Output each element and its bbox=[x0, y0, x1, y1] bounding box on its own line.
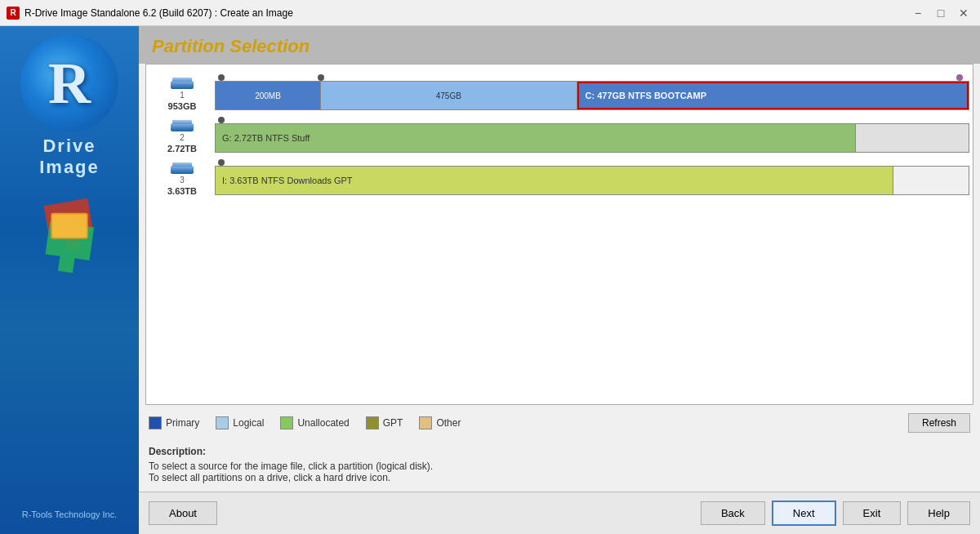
svg-rect-3 bbox=[52, 215, 87, 238]
primary-color-box bbox=[149, 416, 162, 429]
legend-unallocated: Unallocated bbox=[280, 416, 349, 429]
legend-logical: Logical bbox=[216, 416, 264, 429]
disk-3-size: 3.63TB bbox=[167, 186, 197, 196]
disk-3-section: 3 3.63TB I: 3.63TB NTFS Downloads GPT bbox=[149, 156, 969, 195]
logical-label: Logical bbox=[233, 417, 264, 429]
disk-3-number: 3 bbox=[180, 176, 185, 185]
other-label: Other bbox=[436, 417, 461, 429]
indicator-dot-1 bbox=[218, 74, 225, 81]
disk-3-partition-bar: I: 3.63TB NTFS Downloads GPT bbox=[215, 166, 969, 195]
page-title: Partition Selection bbox=[152, 36, 967, 57]
content-header: Partition Selection bbox=[139, 26, 980, 64]
disk-2-label[interactable]: 2 2.72TB bbox=[149, 123, 215, 153]
unallocated-label: Unallocated bbox=[297, 417, 349, 429]
minimize-button[interactable]: − bbox=[908, 5, 928, 21]
disk-1-label[interactable]: 1 953GB bbox=[149, 81, 215, 110]
titlebar: R R-Drive Image Standalone 6.2 (Build 62… bbox=[0, 0, 980, 26]
disk-1-size: 953GB bbox=[168, 101, 197, 111]
partition-477gb-bootcamp[interactable]: C: 477GB NTFS BOOTCAMP bbox=[577, 82, 969, 109]
disk-3-unallocated bbox=[893, 167, 969, 194]
disk-2-number: 2 bbox=[180, 133, 185, 142]
disk-icon-shape-2 bbox=[171, 123, 194, 131]
disk-1-section: 1 953GB 200MB 475GB C: 477GB NTFS BOOTCA… bbox=[149, 71, 969, 110]
drive-image-icon bbox=[33, 194, 106, 276]
main-layout: R Drive Image R-Tools Technology Inc. Pa… bbox=[0, 26, 980, 534]
disk-1-number: 1 bbox=[180, 91, 185, 100]
disk-1-partition-bar: 200MB 475GB C: 477GB NTFS BOOTCAMP bbox=[215, 81, 969, 110]
bottom-bar: About Back Next Exit Help bbox=[139, 492, 980, 534]
about-button[interactable]: About bbox=[149, 501, 217, 525]
back-button[interactable]: Back bbox=[701, 501, 765, 525]
sidebar: R Drive Image R-Tools Technology Inc. bbox=[0, 26, 139, 534]
other-color-box bbox=[419, 416, 432, 429]
disk-row-3: 3 3.63TB I: 3.63TB NTFS Downloads GPT bbox=[149, 166, 969, 195]
primary-label: Primary bbox=[166, 417, 199, 429]
logo-letter: R bbox=[48, 50, 91, 118]
refresh-button[interactable]: Refresh bbox=[908, 413, 970, 433]
disk1-indicators bbox=[218, 71, 969, 81]
window-title: R-Drive Image Standalone 6.2 (Build 6207… bbox=[24, 7, 908, 19]
partition-g-272tb[interactable]: G: 2.72TB NTFS Stuff bbox=[216, 124, 856, 152]
unallocated-color-box bbox=[280, 416, 293, 429]
legend-other: Other bbox=[419, 416, 461, 429]
app-icon: R bbox=[7, 7, 20, 20]
sidebar-logo: R bbox=[20, 34, 118, 132]
disk-2-icon bbox=[171, 123, 194, 131]
content-area: Partition Selection 1 95 bbox=[139, 26, 980, 534]
indicator-dot-5 bbox=[218, 159, 225, 166]
description-area: Description: To select a source for the … bbox=[139, 441, 980, 492]
indicator-dot-4 bbox=[218, 117, 225, 123]
next-button[interactable]: Next bbox=[772, 501, 836, 526]
exit-button[interactable]: Exit bbox=[843, 501, 902, 525]
gpt-color-box bbox=[366, 416, 379, 429]
partition-i-363tb[interactable]: I: 3.63TB NTFS Downloads GPT bbox=[216, 167, 893, 194]
description-label: Description: bbox=[149, 446, 970, 457]
indicator-dot-2 bbox=[318, 74, 324, 81]
partition-200mb[interactable]: 200MB bbox=[216, 82, 321, 109]
indicator-dot-3 bbox=[956, 74, 963, 81]
disk-2-size: 2.72TB bbox=[167, 144, 197, 154]
disk-icon-shape-3 bbox=[171, 166, 194, 174]
description-line1: To select a source for the image file, c… bbox=[149, 461, 970, 472]
help-button[interactable]: Help bbox=[907, 501, 970, 525]
disk-2-unallocated bbox=[856, 124, 969, 152]
legend-primary: Primary bbox=[149, 416, 199, 429]
disk-row-2: 2 2.72TB G: 2.72TB NTFS Stuff bbox=[149, 123, 969, 153]
partition-475gb[interactable]: 475GB bbox=[321, 82, 577, 109]
disk-list-area: 1 953GB 200MB 475GB C: 477GB NTFS BOOTCA… bbox=[145, 64, 973, 405]
legend-area: Primary Logical Unallocated GPT Other Re… bbox=[139, 405, 980, 441]
disk2-indicators bbox=[218, 113, 969, 123]
company-label: R-Tools Technology Inc. bbox=[16, 503, 124, 526]
close-button[interactable]: ✕ bbox=[954, 5, 973, 21]
disk-3-label[interactable]: 3 3.63TB bbox=[149, 166, 215, 195]
disk-3-icon bbox=[171, 166, 194, 174]
legend-gpt: GPT bbox=[366, 416, 403, 429]
disk-row-1: 1 953GB 200MB 475GB C: 477GB NTFS BOOTCA… bbox=[149, 81, 969, 110]
disk-2-section: 2 2.72TB G: 2.72TB NTFS Stuff bbox=[149, 113, 969, 153]
brand-drive: Drive bbox=[42, 136, 96, 157]
maximize-button[interactable]: □ bbox=[931, 5, 951, 21]
description-line2: To select all partitions on a drive, cli… bbox=[149, 472, 970, 483]
sidebar-arrows bbox=[29, 194, 110, 276]
gpt-label: GPT bbox=[383, 417, 403, 429]
window-controls: − □ ✕ bbox=[908, 5, 973, 21]
brand-image: Image bbox=[39, 157, 100, 178]
disk-1-icon bbox=[171, 81, 194, 89]
disk-icon-shape bbox=[171, 81, 194, 89]
disk-2-partition-bar: G: 2.72TB NTFS Stuff bbox=[215, 123, 969, 153]
logical-color-box bbox=[216, 416, 229, 429]
disk3-indicators bbox=[218, 156, 969, 166]
